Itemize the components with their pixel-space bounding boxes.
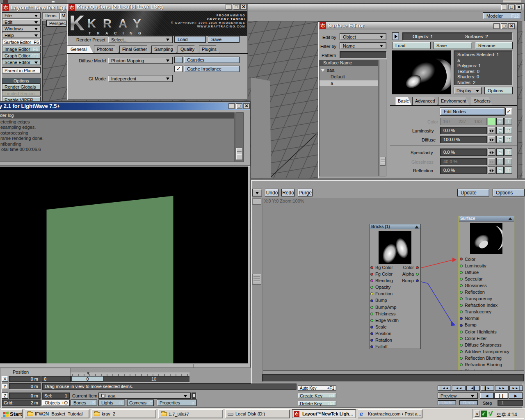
svg-text:GRZEGORZ TANSKI: GRZEGORZ TANSKI: [207, 17, 245, 21]
svg-text:K: K: [69, 11, 85, 35]
svg-text:PROGRAMMING: PROGRAMMING: [217, 14, 245, 17]
svg-text:TRACING: TRACING: [89, 31, 147, 35]
svg-text:© COPYRIGHT 2004-2010 MINDBERR: © COPYRIGHT 2004-2010 MINDBERRIES: [171, 21, 245, 24]
svg-text:KRAY: KRAY: [87, 17, 148, 30]
svg-text:WWW.KRAYTRACING.COM: WWW.KRAYTRACING.COM: [197, 25, 245, 28]
